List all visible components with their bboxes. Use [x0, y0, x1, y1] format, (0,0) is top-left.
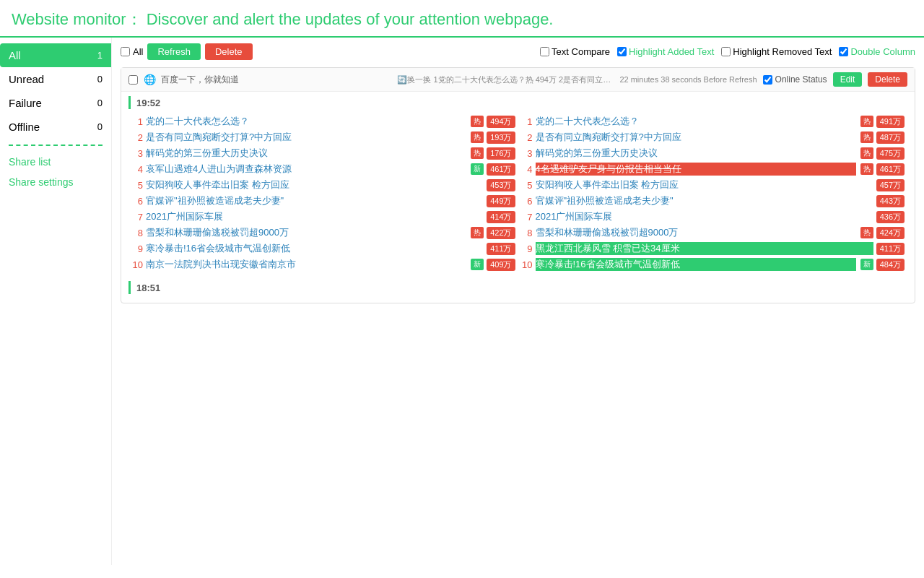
all-checkbox-label[interactable]: All: [121, 46, 143, 57]
online-status-label[interactable]: Online Status: [763, 74, 827, 85]
sidebar-label: Unread: [9, 73, 44, 85]
new-badge: 新: [471, 259, 484, 270]
news-link[interactable]: 官媒评"祖孙照被造谣成老夫少妻": [536, 194, 873, 207]
monitor-favicon: 🌐: [144, 74, 155, 85]
news-rank: 1: [521, 116, 533, 127]
news-link[interactable]: 是否有同立陶宛断交打算?中方回应: [536, 131, 856, 144]
snapshot-section: 19:521党的二十大代表怎么选？热494万2是否有同立陶宛断交打算?中方回应热…: [121, 92, 915, 277]
monitor-checkbox[interactable]: [128, 75, 138, 85]
news-rank: 8: [131, 228, 143, 238]
monitor-meta: 22 minutes 38 seconds Before Refresh: [619, 75, 757, 84]
sidebar-item-failure[interactable]: Failure0: [0, 91, 111, 115]
highlight-added-checkbox[interactable]: [617, 47, 627, 56]
main-content: All Refresh Delete Text Compare Highligh…: [112, 38, 924, 565]
highlight-removed-text: Highlight Removed Text: [733, 46, 832, 57]
news-count: 411万: [487, 243, 515, 255]
news-link[interactable]: 解码党的第三份重大历史决议: [146, 147, 466, 160]
news-link[interactable]: 雪梨和林珊珊偷逃税被罚超9000万: [536, 226, 856, 239]
news-count: 487万: [876, 131, 905, 144]
hot-badge: 热: [860, 147, 873, 159]
sidebar-item-offline[interactable]: Offline0: [0, 115, 111, 139]
news-link[interactable]: 党的二十大代表怎么选？: [146, 115, 466, 128]
news-link[interactable]: 南京一法院判决书出现安徽省南京市: [146, 258, 466, 271]
news-item: 2是否有同立陶宛断交打算?中方回应热487万: [521, 129, 905, 145]
hot-badge: 热: [471, 131, 484, 143]
news-link[interactable]: 哀军山遇难4人进山为调查森林资源: [146, 163, 466, 176]
news-count: 461万: [876, 163, 905, 176]
hot-badge: 热: [860, 131, 873, 143]
news-item: 4哀军山遇难4人进山为调查森林资源新461万: [131, 161, 515, 177]
sidebar-link-share-list[interactable]: Share list: [0, 152, 111, 172]
sidebar-label: Offline: [9, 121, 40, 133]
refresh-button[interactable]: Refresh: [147, 43, 201, 60]
news-rank: 10: [521, 259, 533, 270]
new-badge: 新: [471, 163, 484, 175]
highlight-added-text: Highlight Added Text: [629, 46, 714, 57]
snapshot-time: 18:51: [128, 281, 907, 294]
header: Website monitor： Discover and alert the …: [0, 0, 924, 38]
double-column-text: Double Column: [850, 46, 915, 57]
news-item: 5安阳狗咬人事件牵出旧案 检方回应453万: [131, 177, 515, 193]
sidebar-count: 0: [97, 74, 103, 85]
sidebar-count: 0: [97, 98, 103, 108]
news-rank: 6: [521, 196, 533, 207]
news-count: 484万: [876, 259, 905, 271]
news-rank: 7: [131, 212, 143, 223]
news-link[interactable]: 雪梨和林珊珊偷逃税被罚超9000万: [146, 226, 466, 239]
news-link[interactable]: 2021广州国际车展: [536, 210, 873, 223]
news-link[interactable]: 4名遇难驴友尸身与份报告相当当任: [536, 163, 856, 176]
news-rank: 2: [131, 132, 143, 143]
hot-badge: 热: [860, 227, 873, 238]
news-rank: 6: [131, 196, 143, 207]
sidebar-count: 0: [97, 121, 103, 132]
sidebar-item-unread[interactable]: Unread0: [0, 67, 111, 91]
news-item: 10南京一法院判决书出现安徽省南京市新409万: [131, 256, 515, 272]
news-item: 6官媒评"祖孙照被造谣成老夫少妻"449万: [131, 193, 515, 209]
double-column-label[interactable]: Double Column: [839, 46, 915, 57]
hot-badge: 热: [471, 147, 484, 159]
all-checkbox[interactable]: [121, 47, 130, 56]
monitor-item: 🌐 百度一下，你就知道 🔄换一换 1党的二十大代表怎么选？热 494万 2是否有…: [121, 67, 915, 303]
news-link[interactable]: 安阳狗咬人事件牵出旧案 检方回应: [536, 178, 873, 191]
time-label: 18:51: [136, 282, 160, 293]
highlight-removed-checkbox[interactable]: [721, 47, 731, 56]
news-rank: 4: [131, 164, 143, 175]
news-item: 72021广州国际车展436万: [521, 209, 905, 225]
highlight-removed-label[interactable]: Highlight Removed Text: [721, 46, 832, 57]
monitor-delete-button[interactable]: Delete: [868, 72, 907, 87]
news-count: 457万: [876, 179, 905, 191]
news-link[interactable]: 寒冷暴击!16省会级城市气温创新低: [536, 258, 856, 271]
news-item: 1党的二十大代表怎么选？热494万: [131, 113, 515, 129]
news-link[interactable]: 党的二十大代表怎么选？: [536, 115, 856, 128]
news-link[interactable]: 官媒评"祖孙照被造谣成老夫少妻": [146, 194, 484, 207]
news-rank: 4: [521, 164, 533, 175]
news-link[interactable]: 安阳狗咬人事件牵出旧案 检方回应: [146, 178, 484, 191]
news-rank: 3: [521, 148, 533, 159]
toolbar: All Refresh Delete Text Compare Highligh…: [121, 43, 915, 60]
snapshot-time: 19:52: [128, 96, 907, 109]
news-rank: 3: [131, 148, 143, 159]
monitor-list: 🌐 百度一下，你就知道 🔄换一换 1党的二十大代表怎么选？热 494万 2是否有…: [121, 67, 915, 303]
online-status-checkbox[interactable]: [763, 75, 772, 85]
sidebar-divider: [9, 144, 103, 146]
news-count: 414万: [487, 211, 515, 223]
edit-button[interactable]: Edit: [833, 72, 863, 87]
double-column-checkbox[interactable]: [839, 47, 848, 56]
text-compare-checkbox[interactable]: [540, 47, 549, 56]
text-compare-label[interactable]: Text Compare: [540, 46, 610, 57]
news-link[interactable]: 解码党的第三份重大历史决议: [536, 147, 856, 160]
sidebar-link-share-settings[interactable]: Share settings: [0, 172, 111, 192]
news-count: 436万: [876, 211, 905, 223]
sidebar-item-all[interactable]: All1: [0, 43, 111, 67]
news-link[interactable]: 黑龙江西北暴风雪 积雪已达34厘米: [536, 242, 873, 255]
highlight-added-label[interactable]: Highlight Added Text: [617, 46, 714, 57]
layout: All1Unread0Failure0Offline0Share listSha…: [0, 38, 924, 565]
toolbar-options: Text Compare Highlight Added Text Highli…: [540, 46, 915, 57]
sidebar-label: Failure: [9, 97, 42, 109]
news-count: 176万: [487, 147, 515, 160]
hot-badge: 热: [471, 116, 484, 127]
news-link[interactable]: 2021广州国际车展: [146, 210, 484, 223]
news-link[interactable]: 寒冷暴击!16省会级城市气温创新低: [146, 242, 484, 255]
news-link[interactable]: 是否有同立陶宛断交打算?中方回应: [146, 131, 466, 144]
delete-button[interactable]: Delete: [205, 43, 253, 60]
